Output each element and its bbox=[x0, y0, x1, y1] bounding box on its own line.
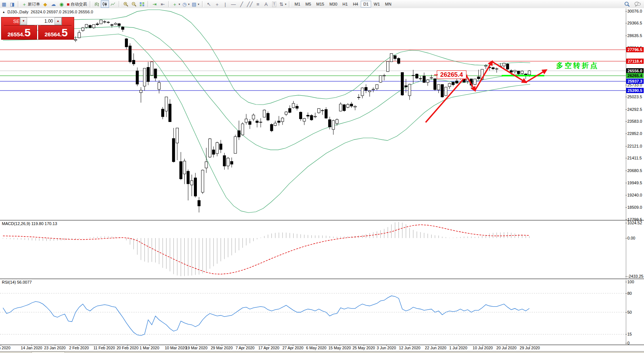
date-axis-label: 11 Feb 2020 bbox=[93, 346, 115, 350]
line-chart-icon[interactable] bbox=[109, 0, 117, 8]
rsi-label: RSI(14) 56.0077 bbox=[2, 280, 32, 284]
indicator-axis-tick: 50 bbox=[627, 310, 644, 314]
timeframe-m1[interactable]: M1 bbox=[292, 1, 303, 7]
main-chart-canvas[interactable] bbox=[0, 9, 626, 220]
timeframe-mn[interactable]: MN bbox=[383, 1, 394, 7]
price-tag: 27796.5 bbox=[626, 47, 644, 52]
chart-shift-icon[interactable]: ⇤ bbox=[159, 0, 167, 8]
autotrading-button[interactable]: ■自动交易 bbox=[66, 0, 88, 8]
pane-separator[interactable] bbox=[0, 278, 644, 280]
collapse-arrow-icon[interactable]: ▲ bbox=[2, 10, 5, 14]
templates-button[interactable]: ▤▾ bbox=[191, 0, 200, 8]
toolbar-separator bbox=[168, 1, 170, 7]
date-axis-label: 27 Apr 2020 bbox=[283, 346, 304, 350]
price-tag: 25390.5 bbox=[626, 88, 644, 93]
auto-scroll-icon[interactable]: ⇥ bbox=[151, 0, 159, 8]
date-axis-label: 10 Mar 2020 bbox=[165, 346, 187, 350]
toolbar-separator bbox=[119, 1, 120, 7]
cursor-tool[interactable]: ↖ bbox=[205, 0, 213, 8]
arrows-tool[interactable]: ⇅▾ bbox=[278, 0, 288, 8]
timeframe-m30[interactable]: M30 bbox=[327, 1, 340, 7]
add-indicator-button[interactable]: ＋▾ bbox=[171, 0, 181, 8]
candlestick-chart-icon[interactable] bbox=[101, 0, 109, 8]
price-annotation-box[interactable]: 26265.4 bbox=[437, 70, 466, 79]
volume-increase-button[interactable]: ▲ bbox=[55, 17, 62, 25]
zoom-out-icon[interactable] bbox=[130, 0, 138, 8]
periods-button[interactable]: ◷▾ bbox=[181, 0, 191, 8]
price-axis-tick: 22852.0 bbox=[627, 131, 644, 136]
ohlc-values: 26324.0 26597.0 26196.0 26556.0 bbox=[31, 10, 93, 14]
rsi-pane-canvas[interactable] bbox=[0, 279, 626, 344]
date-axis-label: 22 Jun 2020 bbox=[425, 346, 446, 350]
indicator-axis-tick: 0.00 bbox=[627, 236, 644, 240]
date-axis-label: 29 Jul 2020 bbox=[520, 346, 540, 350]
scroll-thumb[interactable] bbox=[32, 352, 65, 353]
macd-label: MACD(12,26,9) 119.80 170.13 bbox=[2, 221, 57, 226]
price-axis-tick: 28635.5 bbox=[627, 33, 644, 38]
macd-pane-canvas[interactable] bbox=[0, 221, 626, 278]
text-tool[interactable]: A bbox=[262, 0, 270, 8]
date-axis-label: 12 Jun 2020 bbox=[399, 346, 420, 350]
fibonacci-tool[interactable]: ≡ bbox=[254, 0, 262, 8]
date-axis-label: 3 Jun 2020 bbox=[377, 346, 396, 350]
date-axis-label: 23 Jan 2020 bbox=[44, 346, 66, 350]
timeframe-m5[interactable]: M5 bbox=[303, 1, 314, 7]
price-axis-tick: 19949.5 bbox=[627, 181, 644, 185]
date-axis-label: 1 Jul 2020 bbox=[449, 346, 467, 350]
price-axis-tick: 19240.0 bbox=[627, 193, 644, 197]
price-tag: 26556.0 bbox=[626, 68, 644, 73]
price-axis-tick: 18509.0 bbox=[627, 205, 644, 210]
toolbar-separator bbox=[148, 1, 149, 7]
search-icon[interactable] bbox=[623, 0, 631, 8]
toolbar-separator bbox=[18, 1, 19, 7]
chevron-down-icon: ▾ bbox=[198, 3, 199, 6]
tile-windows-icon[interactable] bbox=[138, 0, 146, 8]
date-axis-label: 29 Mar 2020 bbox=[211, 346, 233, 350]
price-axis-tick: 22121.0 bbox=[627, 144, 644, 148]
zoom-in-icon[interactable] bbox=[122, 0, 130, 8]
one-click-trading-panel: SELL 26554.5 BUY 26564.5 ▼ 1.00 ▲ bbox=[1, 17, 74, 40]
indicator-axis-tick: 15 bbox=[627, 332, 644, 336]
pane-separator[interactable] bbox=[0, 220, 644, 221]
chart-area: ▲ DJ30-,Daily 26324.0 26597.0 26196.0 26… bbox=[0, 8, 644, 351]
text-label-tool[interactable]: T bbox=[270, 0, 278, 8]
price-axis-tick: 25023.5 bbox=[627, 95, 644, 99]
timeframe-m15[interactable]: M15 bbox=[314, 1, 327, 7]
metaquotes-icon[interactable]: ◆ bbox=[41, 0, 49, 8]
symbol-period-label: DJ30-,Daily bbox=[7, 10, 29, 14]
timeframe-w1[interactable]: W1 bbox=[371, 1, 383, 7]
date-axis-label: 14 Jan 2020 bbox=[21, 346, 42, 350]
volume-input[interactable]: 1.00 bbox=[27, 17, 55, 25]
chat-icon[interactable] bbox=[633, 0, 642, 8]
timeframe-h1[interactable]: H1 bbox=[340, 1, 350, 7]
date-axis-label: 15 May 2020 bbox=[328, 346, 351, 350]
new-order-button[interactable]: ＋新订单 bbox=[21, 0, 41, 8]
date-axis-label: 6 Jan 2020 bbox=[0, 346, 10, 350]
crosshair-tool[interactable]: ＋ bbox=[213, 0, 221, 8]
volume-spinner: ▼ 1.00 ▲ bbox=[20, 17, 62, 25]
vertical-line-tool[interactable]: | bbox=[221, 0, 229, 8]
signals-icon[interactable]: ◉ bbox=[57, 0, 66, 8]
indicator-axis-tick: 100 bbox=[627, 280, 644, 284]
chevron-down-icon: ▾ bbox=[285, 3, 286, 6]
timeframe-h4[interactable]: H4 bbox=[350, 1, 361, 7]
trendline-tool[interactable]: ╱ bbox=[238, 0, 246, 8]
toolbar-separator bbox=[90, 1, 91, 7]
bar-chart-icon[interactable] bbox=[93, 0, 101, 8]
toolbar-separator bbox=[289, 1, 290, 7]
mql-cloud-icon[interactable]: ☁ bbox=[49, 0, 57, 8]
date-axis-label: 20 Jul 2020 bbox=[496, 346, 516, 350]
volume-decrease-button[interactable]: ▼ bbox=[20, 17, 27, 25]
indicator-axis-tick: -2433.25 bbox=[627, 274, 644, 278]
date-axis-label: 19 Mar 2020 bbox=[186, 346, 208, 350]
date-axis-label: 10 Jul 2020 bbox=[473, 346, 493, 350]
sell-price: 26554.5 bbox=[1, 29, 37, 38]
equidistant-channel-tool[interactable]: ╱╱ bbox=[246, 0, 254, 8]
data-window-icon[interactable]: ◨ bbox=[8, 0, 16, 8]
price-axis-tick: 30076.0 bbox=[627, 9, 644, 13]
horizontal-line-tool[interactable]: ― bbox=[229, 0, 238, 8]
timeframe-d1[interactable]: D1 bbox=[361, 1, 371, 7]
mt4-window: ▦ ◨ ＋新订单 ◆ ☁ ◉ ■自动交易 bbox=[0, 0, 644, 353]
template-icon: ▤ bbox=[192, 2, 196, 7]
profiles-icon[interactable]: ▦ bbox=[0, 0, 8, 8]
